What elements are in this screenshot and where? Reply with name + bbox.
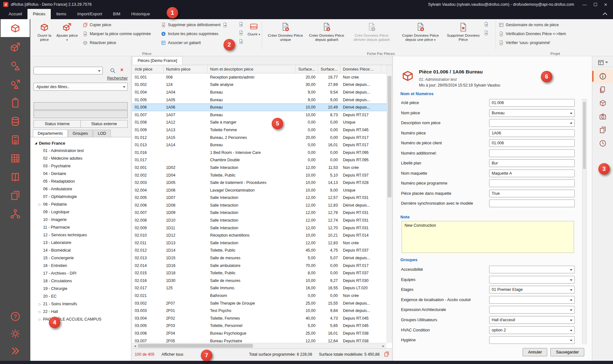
scroll-right-icon[interactable]: ►: [382, 344, 385, 348]
column-header[interactable]: Numéro pièce: [163, 65, 208, 73]
scanner-icon[interactable]: [1, 132, 30, 148]
table-row[interactable]: 03.0042F02Toilette, Femmes40,004,73Depui…: [132, 315, 387, 322]
table-row[interactable]: 02.0061D08Salle Interaction12,0012,83Dér…: [132, 201, 387, 209]
verify-piece-data-item-button[interactable]: Vérification Données Pièce <->Item: [497, 30, 567, 37]
copy-icon[interactable]: [592, 123, 613, 137]
expander-icon[interactable]: ▷: [39, 318, 43, 321]
table-row[interactable]: 02.0111D13Salle Interaction12,0012,83Non…: [132, 239, 387, 247]
building-icon[interactable]: [1, 150, 30, 167]
table-row[interactable]: 02.021Bathroom0,000,00Non crée: [132, 292, 387, 300]
tree-item[interactable]: 05 - Réadaptation: [30, 178, 131, 185]
reactivate-piece-button[interactable]: Réactiver pièce: [81, 39, 152, 46]
status-tab[interactable]: Status externe: [81, 120, 128, 128]
field-input[interactable]: [489, 276, 575, 284]
cube-icon[interactable]: [592, 96, 613, 110]
table-row[interactable]: 02.0041D06Lavage/ Decontamination10,009,…: [132, 186, 387, 194]
table-row[interactable]: 01.0071A07Bureau10,008,73Depuis RT.017: [132, 111, 387, 119]
tree-item[interactable]: 02 - Médecine adultes: [30, 155, 131, 162]
room-name-manager-button[interactable]: Gestionnaire de noms de pièce: [497, 21, 567, 28]
table-row[interactable]: 03.0022F07Salle Therapie de Groupe25,001…: [132, 300, 387, 307]
copy-piece-button[interactable]: Copier pièce: [81, 21, 152, 28]
search-link[interactable]: Rechercher: [107, 76, 128, 80]
chevron-down-icon[interactable]: [570, 320, 572, 321]
menu-tab-pi-ces[interactable]: Pièces: [27, 9, 51, 19]
menu-tab-historique[interactable]: Historique: [126, 9, 155, 19]
field-input[interactable]: [489, 296, 575, 304]
column-header[interactable]: Nom et description pièce: [208, 65, 296, 73]
chevron-down-icon[interactable]: [570, 330, 572, 331]
field-input[interactable]: option 2: [489, 326, 575, 334]
nav-filter-button[interactable]: [34, 110, 128, 118]
database-icon[interactable]: [1, 113, 30, 130]
view-selector[interactable]: [592, 58, 613, 67]
field-input[interactable]: [489, 266, 575, 273]
cancel-button[interactable]: Annuler: [523, 348, 547, 356]
column-header[interactable]: Données Pièce:...: [340, 65, 381, 73]
tree-root-item[interactable]: ◢ Demo France: [30, 139, 131, 147]
menu-tab-items[interactable]: Items: [51, 9, 72, 19]
nav-filter-button[interactable]: [34, 102, 128, 110]
tree-item[interactable]: ▷21 - Soins Intensifs: [30, 300, 131, 308]
table-row[interactable]: 02.017125Salle Immuno.16,0016,55Depuis L…: [132, 284, 387, 292]
expander-icon[interactable]: ▷: [39, 203, 43, 206]
field-input[interactable]: [489, 200, 575, 207]
scroll-left-icon[interactable]: ◄: [133, 344, 137, 348]
field-input[interactable]: [489, 179, 575, 187]
menu-tab-import-export[interactable]: Import/Export: [72, 9, 108, 19]
pages-icon[interactable]: [592, 83, 613, 96]
nav-tab-lod[interactable]: LOD: [93, 130, 111, 137]
field-input[interactable]: Hall d'acceuil: [489, 316, 575, 324]
camera-icon[interactable]: [592, 110, 613, 123]
field-input[interactable]: [489, 336, 575, 344]
chevron-down-icon[interactable]: [570, 269, 572, 271]
add-piece-button[interactable]: Ajouter pièce ▾: [56, 20, 78, 50]
tree-item[interactable]: 13 - Laboratoire: [30, 239, 131, 246]
tree-item[interactable]: 01 - Administration test: [30, 147, 131, 155]
search-input[interactable]: [34, 67, 103, 74]
table-row[interactable]: 01.0051A05Bureau9,009,00Dérivé depuis...: [132, 96, 387, 104]
info-icon[interactable]: [592, 70, 613, 83]
field-input[interactable]: Bureau: [489, 109, 575, 117]
table-row[interactable]: 02.0131D15Salle de mesures5,005,07Dérivé…: [132, 254, 387, 262]
chevron-down-icon[interactable]: [570, 279, 572, 281]
show-all-button[interactable]: Afficher tous: [162, 352, 183, 357]
tree-item[interactable]: 17 - Archives - DPI: [30, 269, 131, 277]
delete-piece-data-button[interactable]: Supprimer Données Pièce: [446, 20, 481, 50]
chevron-down-icon[interactable]: [570, 289, 572, 291]
table-row[interactable]: 03.0062F04Bureau Psychologue25,0016,01De…: [132, 330, 387, 337]
copy-piece-data-button[interactable]: Copier Données Pièce depuis une pièce ▾: [398, 20, 443, 50]
tree-item[interactable]: 18 - Circulations: [30, 277, 131, 285]
table-row[interactable]: 02.0021D04Toilette, Public10,005,10Depui…: [132, 171, 387, 179]
clipboard-icon[interactable]: [1, 95, 30, 111]
table-row[interactable]: 01.0081A12Salle à manger0,000,00Unique: [132, 119, 387, 126]
properties-scrollbar[interactable]: [582, 99, 587, 344]
chevron-down-icon[interactable]: [570, 309, 572, 311]
shapes-arrow-icon[interactable]: [1, 76, 30, 93]
associate-template-button[interactable]: Associer un gabarit: [160, 39, 229, 46]
tree-item[interactable]: 07 - Ophtalmologie: [30, 193, 131, 201]
page-add-icon[interactable]: [484, 30, 489, 35]
open-piece-button[interactable]: Ouvrir la pièce: [34, 20, 55, 50]
create-piece-data-unique-button[interactable]: Créer Données Pièce unique: [267, 20, 304, 50]
column-header[interactable]: Surface...: [296, 65, 318, 73]
table-row[interactable]: 01.0161 Bed Room - Intensive Care0,000,0…: [132, 149, 387, 156]
include-deleted-pieces-button[interactable]: Inclure les pièces supprimées: [160, 30, 229, 37]
menu-tab-bim[interactable]: BIM: [108, 9, 126, 19]
table-row[interactable]: 01.0131A14Bureau0,0016,01Depuis RT.017: [132, 141, 387, 149]
collapse-ribbon-icon[interactable]: [603, 12, 607, 16]
field-input[interactable]: 01.006: [489, 139, 575, 147]
www-open-button[interactable]: Ouvrir ▾: [246, 20, 261, 50]
field-input[interactable]: [489, 119, 575, 127]
room-arrow-icon[interactable]: [1, 39, 30, 56]
status-tab[interactable]: Status Interne: [34, 120, 81, 128]
room-icon[interactable]: [1, 19, 30, 37]
close-icon[interactable]: ×: [604, 2, 607, 7]
tree-item[interactable]: 03 - Psychiatrie: [30, 162, 131, 170]
clear-search-icon[interactable]: ×: [120, 67, 123, 73]
tree-item[interactable]: 15 - Conciergerie: [30, 254, 131, 262]
table-row[interactable]: 01.0091A13Toilette Femme0,000,00Depuis R…: [132, 126, 387, 134]
field-input[interactable]: [489, 306, 575, 314]
chevron-down-icon[interactable]: [570, 113, 572, 114]
add-filters-dropdown[interactable]: Ajouter des filtres..: [34, 83, 128, 91]
table-row[interactable]: 02.0031D05Salle de traitement - Procedur…: [132, 179, 387, 186]
